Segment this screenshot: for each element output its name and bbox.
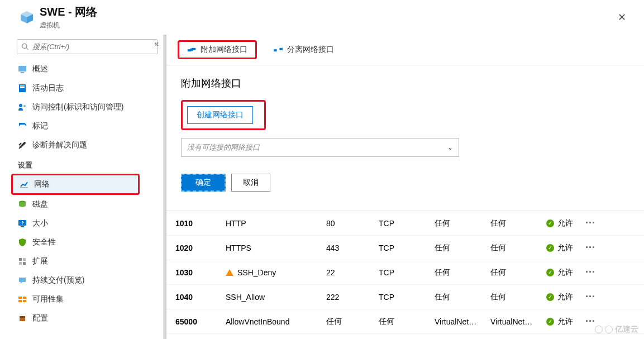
row-menu-button[interactable]: ···	[585, 242, 602, 254]
dropdown-placeholder: 没有可连接的网络接口	[187, 142, 260, 152]
search-icon	[22, 43, 29, 51]
sidebar-item-label: 网络	[34, 179, 50, 189]
network-icon	[20, 180, 28, 189]
sidebar-item-security[interactable]: 安全性	[11, 233, 158, 252]
close-button[interactable]: ✕	[611, 9, 633, 26]
rule-protocol: 任何	[379, 317, 435, 327]
rule-source: 任何	[435, 243, 490, 253]
rule-port: 443	[326, 243, 379, 252]
nic-dropdown[interactable]: 没有可连接的网络接口 ⌄	[181, 138, 459, 157]
access-control-icon	[18, 103, 27, 112]
row-menu-button[interactable]: ···	[585, 266, 602, 278]
rule-priority: 1010	[175, 219, 226, 228]
sidebar-item-label: 配置	[32, 313, 48, 323]
svg-rect-16	[19, 262, 22, 265]
rule-name: HTTP	[226, 219, 326, 228]
svg-rect-13	[21, 226, 24, 227]
sidebar-item-diagnose[interactable]: 诊断并解决问题	[11, 136, 158, 155]
svg-rect-5	[20, 85, 25, 87]
svg-rect-23	[20, 316, 25, 318]
sidebar-item-network[interactable]: 网络	[11, 174, 140, 195]
svg-point-0	[22, 44, 27, 48]
cd-icon	[18, 276, 27, 285]
rule-row[interactable]: 1030 SSH_Deny 22 TCP 任何 任何 ✓允许 ···	[166, 260, 644, 285]
status-ok-icon: ✓	[546, 244, 554, 252]
rule-name: HTTPS	[226, 243, 326, 252]
svg-line-9	[19, 143, 21, 145]
svg-rect-15	[23, 258, 26, 261]
page-subtitle: 虚拟机	[40, 21, 611, 30]
svg-rect-27	[274, 49, 277, 51]
status-ok-icon: ✓	[546, 318, 554, 326]
sidebar-item-label: 概述	[32, 64, 48, 74]
rule-priority: 1040	[175, 293, 226, 302]
svg-point-7	[19, 104, 22, 107]
collapse-sidebar-icon[interactable]: «	[154, 39, 159, 48]
toolbar: 附加网络接口 分离网络接口	[166, 35, 644, 65]
create-nic-highlight: 创建网络接口	[181, 100, 266, 130]
rule-protocol: TCP	[379, 243, 435, 252]
rule-source: VirtualNet…	[435, 317, 490, 326]
rule-name: SSH_Deny	[226, 268, 326, 277]
search-input[interactable]	[32, 42, 152, 51]
rule-row[interactable]: 1020 HTTPS 443 TCP 任何 任何 ✓允许 ···	[166, 236, 644, 260]
sidebar-item-extensions[interactable]: 扩展	[11, 252, 158, 271]
sidebar-item-label: 标记	[32, 121, 48, 131]
svg-rect-3	[21, 72, 24, 73]
sidebar-item-tags[interactable]: 标记	[11, 117, 158, 136]
sidebar-item-label: 持续交付(预览)	[32, 275, 84, 285]
row-menu-button[interactable]: ···	[585, 217, 602, 229]
rule-dest: 任何	[490, 218, 546, 228]
rules-table: 1010 HTTP 80 TCP 任何 任何 ✓允许 ··· 1020 HTTP…	[166, 211, 644, 339]
disks-icon	[18, 200, 27, 209]
create-nic-button[interactable]: 创建网络接口	[187, 106, 253, 124]
cancel-button[interactable]: 取消	[231, 174, 270, 192]
rule-priority: 65000	[175, 317, 226, 326]
rule-row[interactable]: 65001 AllowAzureLoadBalan… 任何 任何 AzureLo…	[166, 334, 644, 339]
sidebar-item-label: 大小	[32, 218, 48, 228]
rule-row[interactable]: 1010 HTTP 80 TCP 任何 任何 ✓允许 ···	[166, 211, 644, 236]
watermark-logo-icon	[595, 326, 603, 333]
svg-rect-26	[190, 49, 193, 51]
size-icon	[18, 219, 27, 228]
rule-dest: 任何	[490, 292, 546, 302]
watermark: 亿速云	[595, 324, 638, 335]
attach-nic-button[interactable]: 附加网络接口	[178, 40, 257, 59]
rule-dest: 任何	[490, 243, 546, 253]
sidebar-item-activity-log[interactable]: 活动日志	[11, 79, 158, 98]
rule-priority: 1020	[175, 243, 226, 252]
row-menu-button[interactable]: ···	[585, 291, 602, 303]
rule-port: 任何	[326, 317, 379, 327]
overview-icon	[18, 65, 27, 74]
svg-line-1	[26, 47, 28, 49]
warning-icon	[226, 269, 233, 276]
ok-button[interactable]: 确定	[181, 174, 226, 192]
sidebar-item-cd[interactable]: 持续交付(预览)	[11, 271, 158, 290]
activity-log-icon	[18, 84, 27, 93]
security-icon	[18, 238, 27, 247]
sidebar-item-config[interactable]: 配置	[11, 309, 158, 328]
rule-dest: 任何	[490, 268, 546, 278]
detach-label: 分离网络接口	[287, 45, 334, 55]
search-box[interactable]	[17, 39, 158, 54]
rule-row[interactable]: 1040 SSH_Allow 222 TCP 任何 任何 ✓允许 ···	[166, 285, 644, 309]
watermark-logo-icon	[605, 326, 613, 333]
sidebar-item-disks[interactable]: 磁盘	[11, 195, 158, 214]
vm-icon	[20, 10, 34, 25]
sidebar-item-label: 磁盘	[32, 199, 48, 209]
rule-row[interactable]: 65000 AllowVnetInBound 任何 任何 VirtualNet……	[166, 309, 644, 334]
rule-action: ✓允许	[546, 317, 585, 327]
rule-dest: VirtualNet…	[490, 317, 546, 326]
sidebar-item-access-control[interactable]: 访问控制(标识和访问管理)	[11, 98, 158, 117]
sidebar-item-availability[interactable]: 可用性集	[11, 290, 158, 309]
sidebar-item-overview[interactable]: 概述	[11, 60, 158, 79]
rule-port: 80	[326, 219, 379, 228]
status-ok-icon: ✓	[546, 269, 554, 276]
sidebar-item-size[interactable]: 大小	[11, 214, 158, 233]
svg-rect-6	[20, 87, 25, 88]
detach-nic-button[interactable]: 分离网络接口	[266, 41, 342, 58]
page-header: SWE - 网络 虚拟机 ✕	[0, 0, 644, 35]
svg-rect-10	[20, 187, 28, 188]
rule-source: 任何	[435, 292, 490, 302]
rule-protocol: TCP	[379, 219, 435, 228]
